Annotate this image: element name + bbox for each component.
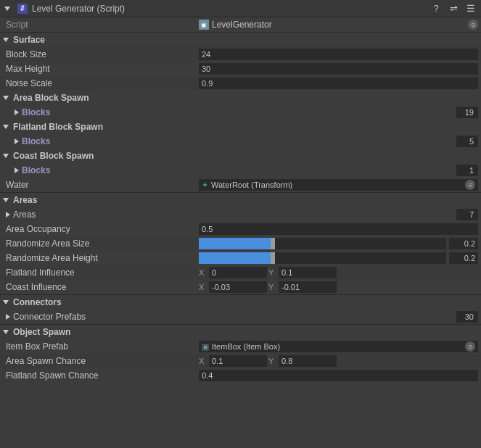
areas-expand-icon[interactable] <box>6 212 10 217</box>
flatland-influence-x-label: X <box>199 268 207 277</box>
areas-section-header: Areas <box>0 193 481 207</box>
area-spawn-y-label: Y <box>268 357 277 365</box>
randomize-area-height-value <box>199 252 478 264</box>
max-height-input[interactable] <box>199 63 478 75</box>
object-spawn-expand-icon[interactable] <box>3 330 9 334</box>
flatland-influence-row: Flatland Influence X Y <box>0 265 481 280</box>
surface-label: Surface <box>13 35 45 45</box>
script-file-icon: ▣ <box>199 20 209 30</box>
flatland-blocks-label: Blocks <box>22 136 50 146</box>
area-block-spawn-blocks-row: Blocks 19 <box>0 105 481 120</box>
connector-prefabs-label: Connector Prefabs <box>13 312 86 322</box>
areas-row: Areas 7 <box>0 207 481 222</box>
areas-label: Areas <box>13 210 36 220</box>
surface-expand-icon[interactable] <box>3 38 9 42</box>
area-spawn-y-input[interactable] <box>279 355 337 367</box>
area-spawn-x-label: X <box>199 357 207 365</box>
randomize-area-size-input[interactable] <box>449 238 478 249</box>
water-transform-value: WaterRoot (Transform) <box>211 181 292 189</box>
flatland-influence-y-input[interactable] <box>279 267 337 278</box>
title-bar-left: # Level Generator (Script) <box>4 4 430 14</box>
area-block-spawn-label: Area Block Spawn <box>13 93 89 103</box>
water-select-btn[interactable]: ⊙ <box>465 180 475 190</box>
water-row: Water ✦ WaterRoot (Transform) ⊙ <box>0 178 481 192</box>
randomize-area-size-slider-row <box>199 238 478 249</box>
randomize-area-size-row: Randomize Area Size <box>0 236 481 251</box>
script-value: ▣ LevelGenerator ⊙ <box>199 20 478 30</box>
flatland-influence-y-label: Y <box>268 268 277 277</box>
help-icon[interactable]: ? <box>430 3 442 14</box>
randomize-area-height-slider[interactable] <box>199 252 446 264</box>
coast-influence-value: X Y <box>199 281 478 293</box>
coast-block-spawn-expand-icon[interactable] <box>3 154 9 158</box>
randomize-area-size-slider[interactable] <box>199 238 446 249</box>
area-blocks-label: Blocks <box>22 107 50 117</box>
coast-influence-xy: X Y <box>199 281 478 293</box>
coast-influence-x-label: X <box>199 283 207 291</box>
surface-section-header: Surface <box>0 33 481 47</box>
coast-blocks-label-container: Blocks <box>3 165 199 175</box>
randomize-area-height-thumb[interactable] <box>271 252 275 264</box>
item-box-prefab-container: ▣ ItemBox (Item Box) ⊙ <box>199 341 478 352</box>
noise-scale-input[interactable] <box>199 78 478 89</box>
connectors-label: Connectors <box>13 297 62 307</box>
block-size-row: Block Size <box>0 47 481 62</box>
flatland-influence-label: Flatland Influence <box>3 267 199 278</box>
window-title: Level Generator (Script) <box>32 4 125 14</box>
flatland-blocks-expand-icon[interactable] <box>15 138 19 144</box>
areas-section-label: Areas <box>13 195 37 205</box>
noise-scale-row: Noise Scale <box>0 76 481 91</box>
area-occupancy-label: Area Occupancy <box>3 224 199 234</box>
coast-blocks-expand-icon[interactable] <box>15 167 19 173</box>
script-filename: LevelGenerator <box>212 20 272 30</box>
item-box-prefab-label: Item Box Prefab <box>3 341 199 352</box>
coast-block-spawn-header: Coast Block Spawn <box>0 149 481 163</box>
flatland-spawn-chance-input[interactable] <box>199 370 478 381</box>
coast-influence-x-input[interactable] <box>209 281 267 293</box>
areas-label-container: Areas <box>3 210 199 220</box>
item-box-value-text: ItemBox (Item Box) <box>212 342 462 351</box>
flatland-spawn-chance-label: Flatland Spawn Chance <box>3 370 199 381</box>
area-occupancy-row: Area Occupancy <box>0 222 481 236</box>
title-bar-right: ? ⇌ ☰ <box>430 3 477 14</box>
area-blocks-label-container: Blocks <box>3 107 199 117</box>
menu-icon[interactable]: ☰ <box>465 3 477 14</box>
sliders-icon[interactable]: ⇌ <box>448 3 459 14</box>
area-spawn-chance-row: Area Spawn Chance X Y <box>0 354 481 368</box>
coast-block-spawn-label: Coast Block Spawn <box>13 151 94 161</box>
connector-prefabs-expand-icon[interactable] <box>6 314 10 320</box>
coast-influence-row: Coast Influence X Y <box>0 280 481 294</box>
water-value-container: ✦ WaterRoot (Transform) ⊙ <box>199 179 478 191</box>
randomize-area-height-row: Randomize Area Height <box>0 251 481 265</box>
max-height-value <box>199 63 478 75</box>
script-select-btn[interactable]: ⊙ <box>468 20 478 30</box>
flatland-blocks-count: 5 <box>456 136 478 147</box>
connector-prefabs-label-container: Connector Prefabs <box>3 312 199 322</box>
coast-influence-y-input[interactable] <box>279 281 337 293</box>
collapse-icon[interactable] <box>4 7 10 11</box>
areas-section-expand-icon[interactable] <box>3 198 9 202</box>
flatland-blocks-label-container: Blocks <box>3 136 199 146</box>
area-occupancy-input[interactable] <box>199 223 478 235</box>
randomize-area-size-label: Randomize Area Size <box>3 238 199 249</box>
script-label: Script <box>3 20 199 30</box>
flatland-block-spawn-expand-icon[interactable] <box>3 125 9 129</box>
randomize-area-size-thumb[interactable] <box>271 238 275 249</box>
item-box-select-btn[interactable]: ⊙ <box>465 341 475 352</box>
connectors-expand-icon[interactable] <box>3 300 9 304</box>
area-spawn-x-input[interactable] <box>209 355 267 367</box>
block-size-input[interactable] <box>199 49 478 60</box>
area-occupancy-value <box>199 223 478 235</box>
coast-influence-y-label: Y <box>268 283 277 291</box>
randomize-area-height-input[interactable] <box>449 252 478 264</box>
randomize-area-size-fill <box>199 238 273 249</box>
area-block-spawn-expand-icon[interactable] <box>3 96 9 100</box>
flatland-influence-xy: X Y <box>199 267 478 278</box>
flatland-influence-x-input[interactable] <box>209 267 267 278</box>
item-box-icon: ▣ <box>202 342 209 352</box>
coast-blocks-row: Blocks 1 <box>0 163 481 178</box>
max-height-row: Max Height <box>0 62 481 76</box>
connectors-section-header: Connectors <box>0 295 481 310</box>
area-blocks-expand-icon[interactable] <box>15 109 19 115</box>
noise-scale-label: Noise Scale <box>3 78 199 88</box>
